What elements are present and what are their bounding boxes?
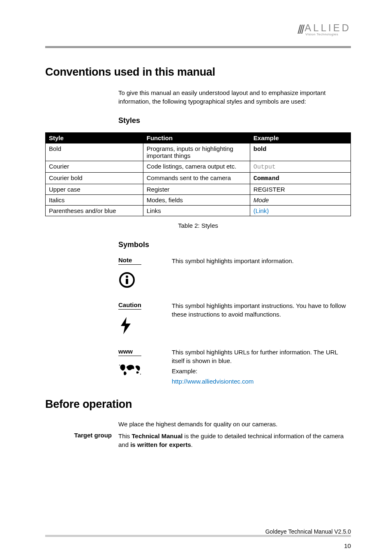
cell-function: Commands sent to the camera [143,173,250,184]
heading-before-operation: Before operation [45,398,351,411]
caution-text: This symbol highlights important instruc… [172,301,351,336]
target-group-text: This Technical Manual is the guide to de… [118,432,351,449]
symbol-note-row: Note This symbol highlights important in… [118,257,351,290]
note-text: This symbol highlights important informa… [172,257,351,290]
symbol-caution-row: Caution This symbol highlights important… [118,301,351,336]
cell-style: Italics [46,195,143,206]
cell-function: Links [143,206,250,216]
heading-styles: Styles [118,116,351,125]
cell-style: Courier bold [46,173,143,184]
table-row: Courier bold Commands sent to the camera… [46,173,351,184]
brand-logo: /// ALLIED Vision Technologies [297,23,351,37]
footer-divider [45,535,351,537]
footer-text: Goldeye Technical Manual V2.5.0 [45,528,351,535]
table-caption: Table 2: Styles [45,222,351,229]
page-footer: Goldeye Technical Manual V2.5.0 [45,528,351,539]
th-example: Example [250,133,350,143]
cell-example: Output [250,161,350,173]
www-example-label: Example: [172,367,351,375]
th-function: Function [143,133,250,143]
cell-example: bold [250,143,350,161]
svg-rect-2 [126,279,128,284]
cell-style: Courier [46,161,143,173]
target-group-row: Target group This Technical Manual is th… [45,432,351,449]
table-row: Upper case Register REGISTER [46,184,351,195]
table-row: Parentheses and/or blue Links (Link) [46,206,351,216]
note-label: Note [118,257,141,265]
heading-symbols: Symbols [118,240,351,249]
cell-example: Mode [250,195,350,206]
symbol-www-row: www This symbol highlights URLs for furt… [118,348,351,386]
cell-example: Command [250,173,350,184]
caution-label: Caution [118,301,141,310]
cell-function: Register [143,184,250,195]
logo-slash-icon: /// [297,23,303,37]
heading-conventions: Conventions used in this manual [45,66,351,79]
svg-point-1 [126,275,128,278]
svg-point-4 [140,374,141,375]
www-text-1: This symbol highlights URLs for further … [172,348,351,365]
www-link[interactable]: http://www.alliedvisiontec.com [172,377,351,386]
logo-main: ALLIED [304,23,351,33]
th-style: Style [46,133,143,143]
before-intro: We place the highest demands for quality… [118,421,351,428]
info-icon [118,271,159,290]
cell-style: Upper case [46,184,143,195]
cell-example: (Link) [250,206,350,216]
cell-example: REGISTER [250,184,350,195]
cell-style: Bold [46,143,143,161]
styles-table: Style Function Example Bold Programs, in… [45,132,351,216]
www-label: www [118,348,141,356]
world-map-icon [118,363,159,378]
cell-function: Code listings, camera output etc. [143,161,250,173]
page-number: 10 [344,542,351,549]
cell-style: Parentheses and/or blue [46,206,143,216]
table-row: Bold Programs, inputs or highlighting im… [46,143,351,161]
cell-function: Programs, inputs or highlighting importa… [143,143,250,161]
table-row: Italics Modes, fields Mode [46,195,351,206]
logo-sub: Vision Technologies [305,33,351,36]
intro-paragraph: To give this manual an easily understood… [118,88,351,106]
target-group-label: Target group [45,432,112,449]
lightning-icon [118,316,159,336]
svg-point-3 [119,365,120,365]
table-row: Courier Code listings, camera output etc… [46,161,351,173]
cell-function: Modes, fields [143,195,250,206]
header-divider [45,46,351,48]
